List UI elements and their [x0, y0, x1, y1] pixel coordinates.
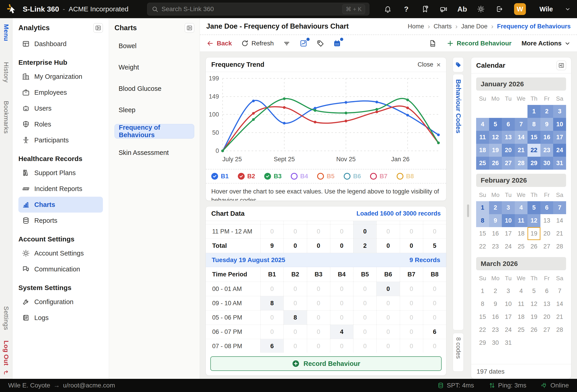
- rail-tab-log-out[interactable]: Log Out: [2, 340, 10, 366]
- calendar-day[interactable]: 15: [476, 227, 489, 240]
- sidebar-item-roles[interactable]: Roles: [18, 116, 103, 132]
- sidebar-item-dashboard[interactable]: Dashboard: [18, 36, 103, 52]
- calendar-day[interactable]: 22: [528, 144, 541, 157]
- calendar-day[interactable]: 8: [528, 118, 541, 131]
- legend-toggle-b8[interactable]: B8: [397, 173, 414, 180]
- calendar-day[interactable]: 7: [553, 285, 566, 297]
- frequency-trend-chart[interactable]: 199149100500July 25Sept 25Nov 25Jan 26: [206, 72, 446, 169]
- calendar-day[interactable]: 26: [489, 157, 502, 170]
- calendar-day[interactable]: 11: [515, 214, 528, 227]
- legend-toggle-b6[interactable]: B6: [344, 173, 361, 180]
- legend-toggle-b7[interactable]: B7: [370, 173, 388, 180]
- sidebar-item-support-plans[interactable]: Support Plans: [18, 165, 103, 181]
- chart-list-item-bowel[interactable]: Bowel: [114, 39, 194, 53]
- calendar-day[interactable]: 5: [489, 118, 502, 131]
- search-input[interactable]: [162, 5, 342, 13]
- calendar-day[interactable]: 5: [528, 285, 541, 297]
- calendar-day[interactable]: 26: [528, 323, 541, 336]
- calendar-day[interactable]: 27: [541, 323, 553, 336]
- calendar-day[interactable]: 25: [515, 323, 528, 336]
- calendar-day[interactable]: 14: [553, 214, 566, 227]
- calendar-day[interactable]: 19: [489, 144, 502, 157]
- calendar-day[interactable]: 31: [553, 157, 566, 170]
- calendar-day[interactable]: 20: [541, 311, 553, 323]
- breadcrumb-jane-doe[interactable]: Jane Doe: [461, 23, 488, 30]
- calendar-day[interactable]: 4: [476, 118, 489, 131]
- breadcrumb-home[interactable]: Home: [408, 23, 424, 30]
- video-call-icon[interactable]: [439, 5, 448, 13]
- calendar-day[interactable]: 6: [541, 201, 553, 214]
- sidebar-item-logs[interactable]: Logs: [18, 310, 103, 326]
- calendar-day[interactable]: 29: [476, 336, 489, 349]
- calendar-day[interactable]: 22: [476, 240, 489, 253]
- more-actions-button[interactable]: More Actions: [522, 40, 571, 47]
- sidebar-item-incident-reports[interactable]: Incident Reports: [18, 181, 103, 197]
- calendar-day[interactable]: 24: [502, 323, 515, 336]
- legend-toggle-b3[interactable]: B3: [264, 173, 282, 180]
- calendar-day[interactable]: 21: [553, 311, 566, 323]
- logout-icon[interactable]: [496, 5, 504, 13]
- refresh-button[interactable]: Refresh: [241, 39, 274, 47]
- legend-toggle-b4[interactable]: B4: [291, 173, 308, 180]
- calendar-day[interactable]: 13: [541, 214, 553, 227]
- calendar-day[interactable]: 10: [553, 118, 566, 131]
- rail-tab-settings[interactable]: Settings: [2, 306, 10, 330]
- filter-button[interactable]: [283, 39, 290, 47]
- calendar-day[interactable]: 23: [489, 240, 502, 253]
- calendar-day[interactable]: 25: [476, 157, 489, 170]
- calendar-day[interactable]: 27: [541, 240, 553, 253]
- calendar-day[interactable]: 21: [515, 144, 528, 157]
- loaded-records-link[interactable]: Loaded 1600 of 3000 records: [357, 210, 441, 217]
- trend-view-button[interactable]: [300, 39, 307, 47]
- calendar-day[interactable]: 13: [541, 297, 553, 311]
- export-pdf-button[interactable]: PDF: [429, 39, 436, 47]
- chart-list-item-blood-glucose[interactable]: Blood Glucose: [114, 81, 194, 96]
- calendar-day[interactable]: 2: [541, 105, 553, 118]
- calendar-day[interactable]: 4: [515, 201, 528, 214]
- help-icon[interactable]: ?: [402, 5, 410, 13]
- calendar-day[interactable]: 9: [541, 118, 553, 131]
- calendar-day[interactable]: 2: [489, 285, 502, 297]
- calendar-day[interactable]: 26: [528, 240, 541, 253]
- calendar-day[interactable]: 30: [541, 157, 553, 170]
- calendar-day[interactable]: 1: [476, 201, 489, 214]
- sidebar-item-employees[interactable]: Employees: [18, 84, 103, 100]
- calendar-day[interactable]: 28: [553, 240, 566, 253]
- record-behaviour-toolbar-button[interactable]: Record Behaviour: [446, 39, 511, 47]
- calendar-day[interactable]: 20: [541, 227, 553, 240]
- sidebar-item-configuration[interactable]: Configuration: [18, 294, 103, 310]
- calendar-day[interactable]: 10: [502, 214, 515, 227]
- calendar-day[interactable]: 16: [489, 227, 502, 240]
- sidebar-collapse-button[interactable]: [93, 23, 103, 33]
- sidebar-item-reports[interactable]: Reports: [18, 213, 103, 228]
- calendar-day[interactable]: 15: [476, 311, 489, 323]
- user-avatar[interactable]: W: [514, 3, 526, 15]
- calendar-day[interactable]: 18: [515, 311, 528, 323]
- tags-button[interactable]: [317, 39, 324, 47]
- global-search[interactable]: ⌘ + K: [147, 3, 369, 15]
- legend-toggle-b1[interactable]: B1: [211, 173, 229, 180]
- calendar-day[interactable]: 25: [515, 240, 528, 253]
- calendar-expand-button[interactable]: [557, 61, 566, 70]
- behaviour-codes-count-tab[interactable]: 8 codes: [453, 333, 464, 372]
- calendar-day[interactable]: 4: [515, 285, 528, 297]
- sidebar-item-communication[interactable]: Communication: [18, 261, 103, 277]
- rail-tab-bookmarks[interactable]: Bookmarks: [2, 101, 10, 134]
- legend-toggle-b5[interactable]: B5: [317, 173, 335, 180]
- calendar-day[interactable]: 1: [476, 285, 489, 297]
- calendar-day[interactable]: 2: [489, 201, 502, 214]
- calendar-day[interactable]: 17: [553, 131, 566, 144]
- calendar-day[interactable]: 9: [489, 214, 502, 227]
- calendar-day[interactable]: 7: [515, 118, 528, 131]
- calendar-day[interactable]: 3: [502, 201, 515, 214]
- charts-panel-collapse-button[interactable]: [185, 23, 194, 33]
- chart-list-item-frequency-of-behaviours[interactable]: Frequency of Behaviours: [114, 124, 194, 139]
- chart-list-item-weight[interactable]: Weight: [114, 60, 194, 74]
- calendar-day[interactable]: 12: [528, 297, 541, 311]
- record-behaviour-button[interactable]: Record Behaviour: [210, 356, 442, 371]
- calendar-scrollbar-thumb[interactable]: [467, 204, 469, 217]
- calendar-day[interactable]: 19: [528, 311, 541, 323]
- theme-brightness-icon[interactable]: [477, 5, 485, 13]
- calendar-day[interactable]: 17: [502, 227, 515, 240]
- close-chart-label[interactable]: Close: [418, 61, 433, 68]
